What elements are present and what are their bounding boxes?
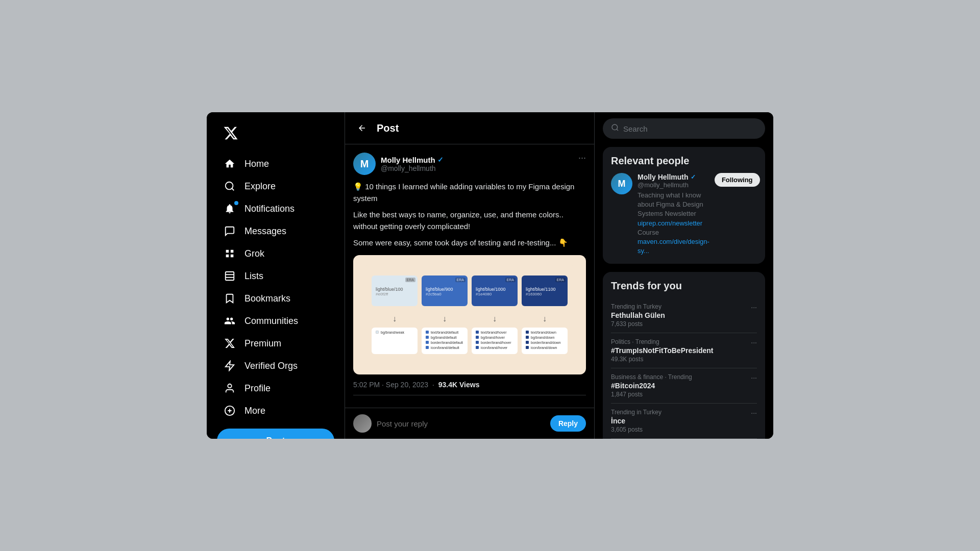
sidebar-label-lists: Lists [244,271,263,282]
trend-name-3: İnce [611,417,662,425]
svg-rect-2 [226,272,234,281]
more-icon [223,405,236,416]
verified-orgs-icon [223,360,236,371]
sidebar-label-messages: Messages [244,226,286,237]
bookmarks-icon [223,293,236,304]
figma-card-2: ERA light/blue/900 #2c5ba0 [422,276,468,306]
sidebar-item-grok[interactable]: Grok [217,243,334,264]
trend-more-1[interactable]: ··· [751,338,757,346]
sidebar-item-verified-orgs[interactable]: Verified Orgs [217,355,334,377]
sidebar-item-profile[interactable]: Profile [217,378,334,399]
trend-more-2[interactable]: ··· [751,373,757,382]
relevant-person-handle: @molly_hellmuth [638,181,709,189]
svg-point-6 [228,384,231,388]
sidebar-label-more: More [244,406,265,416]
tweet-image: ERA light/blue/100 #e0f2ff ERA light/blu… [353,255,586,374]
figma-bottom-3: text/brand/hover bg/brand/hover border/b… [472,328,518,354]
sidebar-logo[interactable] [217,120,334,148]
grok-icon [223,248,236,259]
sidebar-label-bookmarks: Bookmarks [244,293,290,304]
home-icon [223,158,236,169]
tweet-meta: 5:02 PM · Sep 20, 2023 · 93.4K Views [353,381,586,395]
sidebar-label-profile: Profile [244,383,271,394]
sidebar-item-notifications[interactable]: Notifications [217,198,334,219]
figma-card-4: ERA light/blue/1100 #163060 [522,276,568,306]
search-input[interactable] [623,124,757,133]
figma-preview: ERA light/blue/100 #e0f2ff ERA light/blu… [363,265,576,364]
more-options-button[interactable]: ··· [578,153,586,163]
follow-button[interactable]: Following [715,173,760,187]
figma-color-cards: ERA light/blue/100 #e0f2ff ERA light/blu… [372,276,568,306]
trend-name-1: #TrumpIsNotFitToBePresident [611,346,713,355]
reply-box: Reply [345,408,594,439]
search-icon [611,123,619,134]
trend-name-2: #Bitcoin2024 [611,382,692,390]
trend-category-3: Trending in Turkey [611,409,662,416]
sidebar-item-lists[interactable]: Lists [217,265,334,287]
tweet-text: 💡 10 things I learned while adding varia… [353,181,586,249]
svg-point-11 [612,124,618,130]
reply-input[interactable] [377,419,545,428]
relevant-people-title: Relevant people [611,155,757,167]
search-box[interactable] [603,118,765,139]
sidebar-label-home: Home [244,159,269,169]
relevant-people-section: Relevant people M Molly Hellmuth ✓ @moll… [603,147,765,264]
svg-marker-5 [226,361,234,370]
trends-title: Trends for you [611,280,757,292]
sidebar-label-verified-orgs: Verified Orgs [244,361,298,371]
sidebar-item-more[interactable]: More [217,400,334,421]
trend-item-0[interactable]: Trending in Turkey Fethullah Gülen 7,633… [611,298,757,333]
figma-arrows: ↓ ↓ ↓ ↓ [372,314,568,323]
sidebar-label-grok: Grok [244,248,264,259]
svg-line-12 [617,129,618,131]
author-handle: @molly_hellmuth [381,164,444,172]
trend-more-3[interactable]: ··· [751,409,757,417]
svg-line-1 [232,188,234,190]
right-sidebar: Relevant people M Molly Hellmuth ✓ @moll… [595,112,773,439]
author-name: Molly Hellmuth ✓ [381,156,444,164]
trend-item-2[interactable]: Business & finance · Trending #Bitcoin20… [611,368,757,404]
tweet-author: M Molly Hellmuth ✓ @molly_hellmuth ··· [353,153,586,175]
trend-name-0: Fethullah Gülen [611,311,665,319]
figma-card-1: ERA light/blue/100 #e0f2ff [372,276,418,306]
relevant-verified-badge: ✓ [691,173,696,181]
profile-icon [223,383,236,394]
relevant-person-name: Molly Hellmuth ✓ [638,173,709,181]
main-content: Post M Molly Hellmuth ✓ @molly_hellmuth [345,112,595,439]
sidebar-item-explore[interactable]: Explore [217,176,334,197]
sidebar-item-bookmarks[interactable]: Bookmarks [217,288,334,309]
sidebar-item-messages[interactable]: Messages [217,220,334,242]
verified-badge: ✓ [437,156,444,164]
sidebar-label-notifications: Notifications [244,204,295,214]
trend-category-0: Trending in Turkey [611,303,665,310]
premium-icon [223,338,236,349]
sidebar-label-communities: Communities [244,316,298,327]
figma-bottom-2: text/brand/default bg/brand/default bord… [422,328,468,354]
sidebar-item-premium[interactable]: Premium [217,333,334,354]
notification-badge [234,201,238,205]
figma-bottom-1: bg/brand/weak [372,328,418,354]
relevant-link-1[interactable]: uiprep.com/newsletter [638,219,702,227]
trends-section: Trends for you Trending in Turkey Fethul… [603,272,765,439]
relevant-link-2[interactable]: maven.com/dive/design-sy... [638,238,709,255]
notifications-icon [223,203,236,214]
trend-posts-1: 49.3K posts [611,356,713,363]
post-button[interactable]: Post [217,429,334,439]
sidebar-item-home[interactable]: Home [217,153,334,174]
trend-item-3[interactable]: Trending in Turkey İnce 3,605 posts ··· [611,404,757,439]
svg-point-0 [226,182,233,190]
lists-icon [223,270,236,282]
reply-button[interactable]: Reply [550,415,586,432]
trend-posts-3: 3,605 posts [611,426,662,433]
sidebar-label-explore: Explore [244,181,276,192]
back-button[interactable] [353,119,371,137]
reply-avatar [353,414,372,433]
trend-category-2: Business & finance · Trending [611,373,692,381]
trend-posts-0: 7,633 posts [611,320,665,328]
figma-card-3: ERA light/blue/1000 #1e4080 [472,276,518,306]
sidebar-item-communities[interactable]: Communities [217,310,334,332]
trend-more-0[interactable]: ··· [751,303,757,311]
relevant-person-bio: Teaching what I know about Figma & Desig… [638,191,709,256]
explore-icon [223,181,236,192]
trend-item-1[interactable]: Politics · Trending #TrumpIsNotFitToBePr… [611,333,757,368]
